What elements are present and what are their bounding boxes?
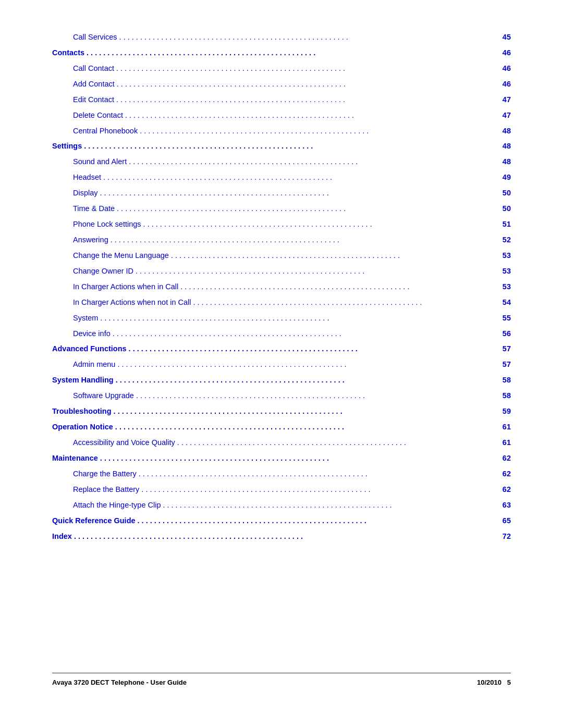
toc-row[interactable]: Add Contact . . . . . . . . . . . . . . …: [52, 78, 511, 93]
toc-dots: . . . . . . . . . . . . . . . . . . . . …: [143, 218, 494, 231]
toc-page-number: 48: [496, 125, 511, 138]
toc-page-number: 46: [496, 78, 511, 91]
toc-row[interactable]: Attach the Hinge-type Clip . . . . . . .…: [52, 499, 511, 514]
toc-row[interactable]: Call Contact . . . . . . . . . . . . . .…: [52, 63, 511, 77]
toc-label: Index: [52, 530, 72, 543]
toc-label: Sound and Alert: [73, 156, 127, 168]
toc-page-number: 46: [496, 63, 511, 75]
toc-label: Call Contact: [73, 63, 114, 75]
toc-row[interactable]: Phone Lock settings . . . . . . . . . . …: [52, 218, 511, 233]
toc-row[interactable]: Charge the Battery . . . . . . . . . . .…: [52, 468, 511, 483]
footer-page-number: 5: [507, 678, 511, 686]
toc-dots: . . . . . . . . . . . . . . . . . . . . …: [140, 125, 494, 138]
toc-label: Troubleshooting: [52, 405, 112, 418]
toc-row[interactable]: In Charger Actions when not in Call . . …: [52, 297, 511, 311]
toc-page-number: 47: [496, 109, 511, 122]
toc-label: Delete Contact: [73, 109, 123, 122]
toc-dots: . . . . . . . . . . . . . . . . . . . . …: [74, 530, 494, 543]
toc-row[interactable]: Delete Contact . . . . . . . . . . . . .…: [52, 109, 511, 124]
toc-row[interactable]: Software Upgrade . . . . . . . . . . . .…: [52, 390, 511, 404]
toc-row[interactable]: Replace the Battery . . . . . . . . . . …: [52, 484, 511, 498]
toc-label: In Charger Actions when not in Call: [73, 297, 191, 309]
toc-page-number: 61: [496, 437, 511, 449]
toc-dots: . . . . . . . . . . . . . . . . . . . . …: [136, 265, 494, 278]
toc-row[interactable]: Operation Notice . . . . . . . . . . . .…: [52, 421, 511, 436]
toc-row[interactable]: Troubleshooting . . . . . . . . . . . . …: [52, 405, 511, 420]
toc-label: Central Phonebook: [73, 125, 138, 138]
toc-label: Quick Reference Guide: [52, 515, 136, 527]
toc-page-number: 62: [496, 468, 511, 480]
toc-dots: . . . . . . . . . . . . . . . . . . . . …: [138, 515, 494, 527]
toc-row[interactable]: Time & Date . . . . . . . . . . . . . . …: [52, 203, 511, 217]
toc-row[interactable]: Quick Reference Guide . . . . . . . . . …: [52, 515, 511, 529]
toc-row[interactable]: System . . . . . . . . . . . . . . . . .…: [52, 312, 511, 327]
toc-dots: . . . . . . . . . . . . . . . . . . . . …: [177, 437, 494, 449]
toc-dots: . . . . . . . . . . . . . . . . . . . . …: [180, 281, 494, 293]
toc-page-number: 48: [496, 140, 511, 153]
toc-row[interactable]: Change Owner ID . . . . . . . . . . . . …: [52, 265, 511, 280]
toc-page-number: 53: [496, 250, 511, 262]
toc-page-number: 46: [496, 47, 511, 59]
toc-label: In Charger Actions when in Call: [73, 281, 178, 293]
toc-row[interactable]: Settings . . . . . . . . . . . . . . . .…: [52, 140, 511, 155]
toc-page-number: 51: [496, 218, 511, 231]
toc-row[interactable]: Change the Menu Language . . . . . . . .…: [52, 250, 511, 264]
toc-label: Edit Contact: [73, 94, 114, 106]
toc-dots: . . . . . . . . . . . . . . . . . . . . …: [125, 109, 494, 122]
toc-dots: . . . . . . . . . . . . . . . . . . . . …: [114, 405, 494, 418]
toc-dots: . . . . . . . . . . . . . . . . . . . . …: [171, 250, 494, 262]
toc-dots: . . . . . . . . . . . . . . . . . . . . …: [193, 297, 495, 309]
toc-row[interactable]: Answering . . . . . . . . . . . . . . . …: [52, 234, 511, 249]
toc-row[interactable]: Call Services . . . . . . . . . . . . . …: [52, 31, 511, 46]
toc-label: Operation Notice: [52, 421, 113, 434]
toc-dots: . . . . . . . . . . . . . . . . . . . . …: [113, 328, 494, 340]
toc-dots: . . . . . . . . . . . . . . . . . . . . …: [116, 374, 494, 387]
toc-row[interactable]: Sound and Alert . . . . . . . . . . . . …: [52, 156, 511, 170]
toc-page-number: 65: [496, 515, 511, 527]
toc-row[interactable]: Edit Contact . . . . . . . . . . . . . .…: [52, 94, 511, 108]
toc-row[interactable]: Display . . . . . . . . . . . . . . . . …: [52, 187, 511, 202]
toc-label: Charge the Battery: [73, 468, 137, 480]
toc-row[interactable]: Advanced Functions . . . . . . . . . . .…: [52, 343, 511, 357]
toc-label: Maintenance: [52, 452, 98, 465]
footer-date: 10/2010: [477, 678, 501, 686]
footer-title: Avaya 3720 DECT Telephone - User Guide: [52, 678, 187, 686]
toc-page-number: 53: [496, 265, 511, 278]
toc-label: System: [73, 312, 98, 325]
toc-page-number: 54: [496, 297, 511, 309]
toc-dots: . . . . . . . . . . . . . . . . . . . . …: [117, 203, 494, 215]
toc-dots: . . . . . . . . . . . . . . . . . . . . …: [84, 140, 494, 153]
toc-row[interactable]: Device info . . . . . . . . . . . . . . …: [52, 328, 511, 342]
toc-label: Admin menu: [73, 359, 115, 371]
toc-label: Change Owner ID: [73, 265, 133, 278]
toc-content: Call Services . . . . . . . . . . . . . …: [52, 31, 511, 652]
toc-row[interactable]: Central Phonebook . . . . . . . . . . . …: [52, 125, 511, 140]
toc-dots: . . . . . . . . . . . . . . . . . . . . …: [119, 31, 494, 44]
toc-label: Call Services: [73, 31, 117, 44]
toc-row[interactable]: Contacts . . . . . . . . . . . . . . . .…: [52, 47, 511, 61]
toc-page-number: 58: [496, 374, 511, 387]
toc-dots: . . . . . . . . . . . . . . . . . . . . …: [117, 359, 494, 371]
toc-page-number: 52: [496, 234, 511, 246]
toc-label: Settings: [52, 140, 82, 153]
toc-dots: . . . . . . . . . . . . . . . . . . . . …: [111, 234, 494, 246]
toc-row[interactable]: Index . . . . . . . . . . . . . . . . . …: [52, 530, 511, 545]
toc-row[interactable]: System Handling . . . . . . . . . . . . …: [52, 374, 511, 389]
toc-label: Display: [73, 187, 98, 200]
toc-label: Attach the Hinge-type Clip: [73, 499, 161, 512]
toc-page-number: 53: [496, 281, 511, 293]
toc-page-number: 59: [496, 405, 511, 418]
toc-label: System Handling: [52, 374, 114, 387]
toc-dots: . . . . . . . . . . . . . . . . . . . . …: [100, 452, 494, 465]
toc-label: Time & Date: [73, 203, 115, 215]
toc-row[interactable]: Headset . . . . . . . . . . . . . . . . …: [52, 171, 511, 186]
toc-row[interactable]: Accessibility and Voice Quality . . . . …: [52, 437, 511, 451]
toc-label: Replace the Battery: [73, 484, 139, 496]
toc-page-number: 48: [496, 156, 511, 168]
toc-page-number: 72: [496, 530, 511, 543]
toc-row[interactable]: Admin menu . . . . . . . . . . . . . . .…: [52, 359, 511, 373]
toc-row[interactable]: Maintenance . . . . . . . . . . . . . . …: [52, 452, 511, 467]
toc-row[interactable]: In Charger Actions when in Call . . . . …: [52, 281, 511, 295]
toc-page-number: 45: [496, 31, 511, 44]
toc-label: Answering: [73, 234, 108, 246]
